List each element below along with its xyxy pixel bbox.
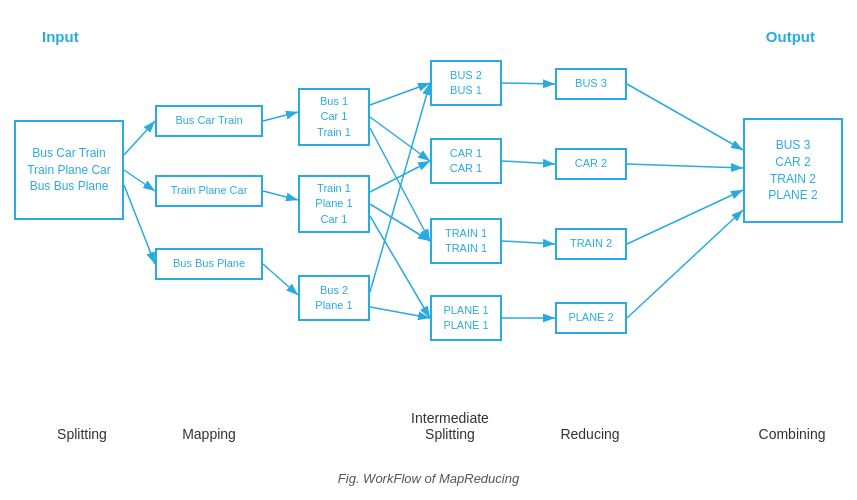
split-box-2: Bus Bus Plane [155, 248, 263, 280]
output-label: Output [766, 28, 815, 45]
reducing-label: Reducing [540, 426, 640, 442]
mapping-label: Mapping [155, 426, 263, 442]
svg-line-7 [370, 83, 430, 105]
inter-box-2: TRAIN 1 TRAIN 1 [430, 218, 502, 264]
svg-line-9 [370, 128, 430, 241]
input-box: Bus Car Train Train Plane Car Bus Bus Pl… [14, 120, 124, 220]
reduce-box-3: PLANE 2 [555, 302, 627, 334]
svg-line-21 [627, 190, 743, 244]
map-box-2: Bus 2 Plane 1 [298, 275, 370, 321]
svg-line-1 [124, 121, 155, 155]
combining-label: Combining [737, 426, 847, 442]
svg-line-8 [370, 117, 430, 161]
svg-line-15 [502, 83, 555, 84]
svg-line-14 [370, 307, 430, 318]
inter-box-1: CAR 1 CAR 1 [430, 138, 502, 184]
reduce-box-0: BUS 3 [555, 68, 627, 100]
svg-line-11 [370, 204, 430, 241]
svg-line-4 [263, 112, 298, 121]
reduce-box-1: CAR 2 [555, 148, 627, 180]
split-box-1: Train Plane Car [155, 175, 263, 207]
output-box: BUS 3 CAR 2 TRAIN 2 PLANE 2 [743, 118, 843, 223]
map-box-0: Bus 1 Car 1 Train 1 [298, 88, 370, 146]
reduce-box-2: TRAIN 2 [555, 228, 627, 260]
input-label: Input [42, 28, 79, 45]
inter-box-3: PLANE 1 PLANE 1 [430, 295, 502, 341]
svg-line-22 [627, 210, 743, 318]
inter-box-0: BUS 2 BUS 1 [430, 60, 502, 106]
svg-line-2 [124, 170, 155, 191]
svg-line-12 [370, 216, 430, 318]
svg-line-10 [370, 161, 430, 192]
svg-line-16 [502, 161, 555, 164]
svg-line-6 [263, 264, 298, 295]
diagram-container: Input Output Bus Car Train Train Plane C… [0, 0, 857, 500]
svg-line-3 [124, 185, 155, 264]
svg-line-19 [627, 84, 743, 150]
figure-caption: Fig. WorkFlow of MapReducing [338, 471, 519, 486]
svg-line-5 [263, 191, 298, 200]
intermediate-label: IntermediateSplitting [395, 410, 505, 442]
svg-line-13 [370, 83, 430, 292]
splitting-label: Splitting [42, 426, 122, 442]
split-box-0: Bus Car Train [155, 105, 263, 137]
svg-line-20 [627, 164, 743, 168]
svg-line-17 [502, 241, 555, 244]
map-box-1: Train 1 Plane 1 Car 1 [298, 175, 370, 233]
